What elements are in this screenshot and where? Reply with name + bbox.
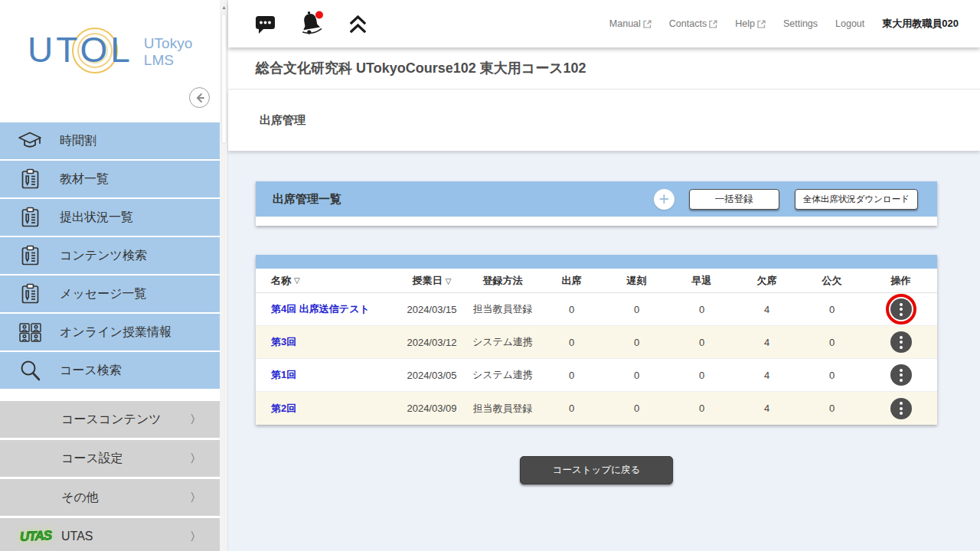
nav-settings-link[interactable]: Settings bbox=[783, 18, 818, 29]
cell-early-leave: 0 bbox=[669, 337, 734, 348]
cell-date: 2024/03/15 bbox=[397, 304, 466, 315]
sidebar-item-label: 提出状況一覧 bbox=[60, 210, 133, 226]
topnav: Manual Contacts Help Settings Logout 東大用… bbox=[609, 17, 959, 31]
back-to-course-top-button[interactable]: コーストップに戻る bbox=[520, 456, 674, 484]
sidebar-item-course-contents[interactable]: コースコンテンツ 〉 bbox=[0, 401, 220, 438]
sidebar-item-label: 教材一覧 bbox=[60, 171, 109, 187]
attendance-panel-header: 出席管理一覧 + 一括登録 全体出席状況ダウンロード bbox=[256, 181, 937, 217]
message-icon[interactable] bbox=[255, 14, 276, 34]
plus-icon: + bbox=[658, 191, 668, 208]
attendance-link[interactable]: 第2回 bbox=[271, 402, 296, 416]
panel-body-strip bbox=[256, 217, 937, 226]
sidebar-item-messages[interactable]: メッセージ一覧 bbox=[0, 276, 220, 312]
header-method: 登録方法 bbox=[466, 274, 539, 288]
chevron-right-icon: 〉 bbox=[190, 452, 201, 466]
search-icon bbox=[0, 359, 60, 383]
scrollbar-up-arrow-icon[interactable]: ▲ bbox=[220, 5, 228, 10]
attendance-link[interactable]: 第1回 bbox=[271, 368, 296, 382]
sidebar: UTOL UTokyo LMS 時間割 教材一覧 提出状況一覧 bbox=[0, 0, 220, 551]
sidebar-group: コースコンテンツ 〉 コース設定 〉 その他 〉 UTAS UTAS 〉 bbox=[0, 401, 220, 551]
cell-method: 担当教員登録 bbox=[466, 302, 539, 316]
cell-excused: 0 bbox=[799, 337, 864, 348]
cell-excused: 0 bbox=[799, 304, 864, 315]
sidebar-item-label: UTAS bbox=[61, 530, 93, 543]
scrollbar-thumb[interactable] bbox=[221, 14, 227, 144]
bell-notification-icon[interactable] bbox=[299, 10, 325, 37]
row-actions-kebab-button[interactable] bbox=[890, 398, 912, 419]
clipboard-icon bbox=[0, 207, 60, 228]
table-body: 第4回 出席送信テスト 2024/03/15 担当教員登録 0 0 0 4 0 bbox=[256, 293, 937, 425]
sort-icon[interactable]: ▽ bbox=[294, 276, 300, 285]
username[interactable]: 東大用教職員020 bbox=[882, 17, 959, 31]
header-name[interactable]: 名称▽ bbox=[256, 274, 397, 288]
cell-late: 0 bbox=[604, 370, 669, 381]
course-title: 総合文化研究科 UTokyoCourse102 東大用コース102 bbox=[256, 59, 586, 77]
cell-excused: 0 bbox=[799, 370, 864, 381]
sidebar-item-course-settings[interactable]: コース設定 〉 bbox=[0, 440, 220, 477]
utol-logo: UTOL UTokyo LMS bbox=[28, 31, 192, 69]
clipboard-icon bbox=[0, 245, 60, 266]
sort-icon[interactable]: ▽ bbox=[446, 277, 452, 285]
sidebar-item-label: コースコンテンツ bbox=[61, 412, 162, 428]
topbar-icons bbox=[255, 10, 368, 37]
header-operations: 操作 bbox=[864, 274, 937, 288]
attendance-link[interactable]: 第4回 出席送信テスト bbox=[271, 302, 370, 316]
sidebar-item-content-search[interactable]: コンテンツ検索 bbox=[0, 237, 220, 274]
cell-late: 0 bbox=[604, 304, 669, 315]
sidebar-item-label: その他 bbox=[61, 490, 99, 506]
sidebar-collapse-button[interactable] bbox=[189, 87, 210, 108]
clipboard-icon bbox=[0, 283, 60, 305]
sidebar-item-label: コース設定 bbox=[61, 451, 123, 467]
content-area: 出席管理一覧 + 一括登録 全体出席状況ダウンロード 名称▽ 授業日▽ 登録方法… bbox=[228, 151, 980, 551]
attendance-panel: 出席管理一覧 + 一括登録 全体出席状況ダウンロード bbox=[256, 181, 937, 226]
sidebar-item-online-class[interactable]: オンライン授業情報 bbox=[0, 314, 220, 350]
back-arrow-icon bbox=[194, 92, 206, 104]
sidebar-item-label: コース検索 bbox=[60, 363, 122, 379]
cell-method: システム連携 bbox=[466, 368, 539, 382]
sidebar-item-utas[interactable]: UTAS UTAS 〉 bbox=[0, 518, 220, 551]
collapse-up-icon[interactable] bbox=[348, 14, 368, 34]
sidebar-scrollbar[interactable]: ▲ bbox=[220, 0, 228, 551]
logo-area: UTOL UTokyo LMS bbox=[0, 0, 220, 122]
sidebar-item-course-search[interactable]: コース検索 bbox=[0, 352, 220, 389]
cell-date: 2024/03/05 bbox=[397, 370, 466, 381]
cell-early-leave: 0 bbox=[669, 403, 734, 414]
nav-contacts-link[interactable]: Contacts bbox=[669, 18, 717, 29]
cell-method: システム連携 bbox=[466, 335, 539, 349]
nav-manual-link[interactable]: Manual bbox=[609, 18, 652, 29]
row-actions-kebab-button[interactable] bbox=[890, 331, 912, 353]
back-button-row: コーストップに戻る bbox=[256, 456, 937, 484]
cell-early-leave: 0 bbox=[669, 304, 734, 315]
section-titlebar: 出席管理 bbox=[228, 90, 980, 151]
download-all-attendance-button[interactable]: 全体出席状況ダウンロード bbox=[795, 189, 918, 210]
row-actions-kebab-button[interactable] bbox=[890, 298, 912, 320]
external-link-icon bbox=[643, 20, 652, 28]
sidebar-item-label: メッセージ一覧 bbox=[60, 286, 147, 302]
cell-present: 0 bbox=[539, 403, 604, 414]
cell-date: 2024/03/09 bbox=[397, 403, 466, 414]
attendance-table: 名称▽ 授業日▽ 登録方法 出席 遅刻 早退 欠席 公欠 操作 第4回 出席送信… bbox=[256, 255, 937, 425]
cell-absent: 4 bbox=[734, 304, 799, 315]
logo-subtext: UTokyo LMS bbox=[144, 35, 192, 69]
cell-present: 0 bbox=[539, 337, 604, 348]
add-attendance-button[interactable]: + bbox=[654, 189, 675, 210]
header-date[interactable]: 授業日▽ bbox=[397, 274, 466, 288]
panel-title: 出席管理一覧 bbox=[273, 192, 341, 207]
attendance-link[interactable]: 第3回 bbox=[271, 335, 296, 349]
nav-help-link[interactable]: Help bbox=[735, 18, 766, 29]
logo-text: UTOL bbox=[28, 31, 133, 69]
sidebar-item-materials[interactable]: 教材一覧 bbox=[0, 161, 220, 197]
header-early-leave: 早退 bbox=[669, 274, 734, 288]
sidebar-item-label: 時間割 bbox=[60, 133, 96, 149]
cell-late: 0 bbox=[604, 337, 669, 348]
sidebar-item-others[interactable]: その他 〉 bbox=[0, 479, 220, 516]
bulk-register-button[interactable]: 一括登録 bbox=[689, 189, 779, 210]
sidebar-item-timetable[interactable]: 時間割 bbox=[0, 122, 220, 159]
header-excused: 公欠 bbox=[799, 274, 864, 288]
course-titlebar: 総合文化研究科 UTokyoCourse102 東大用コース102 bbox=[228, 47, 980, 90]
external-link-icon bbox=[709, 20, 717, 28]
nav-logout-link[interactable]: Logout bbox=[835, 18, 864, 29]
sidebar-item-submissions[interactable]: 提出状況一覧 bbox=[0, 199, 220, 236]
row-actions-kebab-button[interactable] bbox=[890, 364, 912, 386]
sidebar-item-label: オンライン授業情報 bbox=[60, 324, 172, 341]
